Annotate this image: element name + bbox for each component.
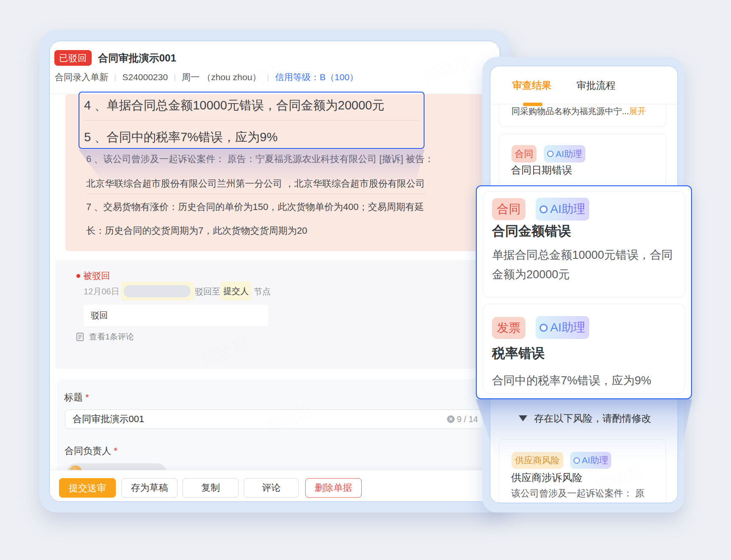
tab-review-result[interactable]: 审查结果 — [512, 79, 551, 92]
rejection-title: 被驳回 — [83, 271, 110, 281]
clipped-result-card[interactable]: 同采购物品名称为福兆源中宁...展开 — [499, 104, 666, 127]
clipped-result-text: 同采购物品名称为福兆源中宁...展开 — [512, 105, 646, 117]
invoice-tag: 发票 — [492, 317, 526, 339]
ai-tag-label: AI助理 — [550, 319, 585, 336]
required-asterisk: * — [114, 445, 118, 456]
risk-section-title: 存在以下风险，请酌情修改 — [534, 411, 651, 426]
required-asterisk: * — [85, 392, 89, 403]
collapse-caret-icon[interactable] — [519, 415, 527, 421]
meta-doc-type: 合同录入单新 — [55, 71, 108, 83]
footer-action-bar: 提交送审 存为草稿 复制 评论 删除单据 — [50, 470, 500, 502]
submit-button[interactable]: 提交送审 — [59, 478, 116, 498]
issue-item-7-line-1: 7 、交易货物有涨价：历史合同的单价为150，此次货物单价为400；交易周期有延 — [86, 201, 424, 213]
rejection-action-text: 驳回至 — [195, 285, 220, 298]
magnified-issues-box: 4 、单据合同总金额10000元错误，合同金额为20000元 5 、合同中的税率… — [79, 92, 425, 149]
contract-tag: 合同 — [492, 198, 526, 220]
meta-separator: | — [174, 73, 176, 82]
issue-divider — [86, 194, 426, 194]
ai-ring-icon — [540, 324, 548, 332]
rejection-date: 12月06日 — [84, 285, 120, 298]
rejection-target-node: 提交人 — [221, 282, 251, 300]
issue-item-5: 5 、合同中的税率7%错误，应为9% — [84, 130, 278, 144]
amount-error-line-1: 单据合同总金额10000元错误，合同 — [492, 245, 673, 265]
document-title: 合同审批演示001 — [98, 51, 176, 65]
screen: 已驳回 合同审批演示001 合同录入单新 | S24000230 | 周一 （z… — [0, 0, 731, 560]
issue-item-4: 4 、单据合同总金额10000元错误，合同金额为20000元 — [84, 98, 384, 112]
expand-link[interactable]: 展开 — [629, 106, 646, 116]
magnifier-projection-beam — [79, 149, 425, 193]
tax-error-section: 发票 AI助理 税率错误 合同中的税率7%错误，应为9% — [483, 304, 685, 394]
tab-approval-flow[interactable]: 审批流程 — [576, 79, 616, 92]
delete-button[interactable]: 删除单据 — [305, 478, 362, 498]
supplier-risk-title: 供应商涉诉风险 — [511, 471, 582, 484]
title-input-value: 合同审批演示001 — [73, 410, 144, 428]
comment-button[interactable]: 评论 — [244, 478, 299, 498]
amount-error-body: 单据合同总金额10000元错误，合同 金额为20000元 — [492, 245, 673, 284]
copy-button[interactable]: 复制 — [183, 478, 239, 498]
meta-doc-no: S24000230 — [122, 72, 168, 82]
owner-field-label: 合同负责人* — [65, 445, 118, 456]
save-draft-button[interactable]: 存为草稿 — [121, 478, 177, 498]
ai-tag-label: AI助理 — [556, 148, 582, 160]
status-badge: 已驳回 — [54, 50, 92, 66]
clear-input-icon[interactable]: ✕ — [447, 415, 455, 423]
meta-separator: | — [114, 73, 116, 82]
title-field-label: 标题* — [64, 392, 89, 403]
rejection-comment-text: 驳回 — [91, 305, 108, 326]
ai-tag-label: AI助理 — [550, 201, 585, 217]
amount-error-title: 合同金额错误 — [492, 222, 571, 240]
contract-tag: 合同 — [512, 145, 537, 162]
tax-error-title: 税率错误 — [492, 344, 545, 362]
amount-error-line-2: 金额为20000元 — [492, 265, 673, 284]
view-comments-label: 查看1条评论 — [89, 331, 134, 342]
tax-error-body: 合同中的税率7%错误，应为9% — [492, 371, 651, 390]
active-tab-indicator — [523, 103, 543, 106]
amount-error-section: 合同 AI助理 合同金额错误 单据合同总金额10000元错误，合同 金额为200… — [483, 191, 685, 297]
contract-date-card-title: 合同日期错误 — [511, 163, 572, 177]
view-comments-link[interactable]: 查看1条评论 — [76, 331, 134, 342]
clipped-result-body: 同采购物品名称为福兆源中宁... — [512, 106, 629, 116]
redacted-name-pill — [124, 285, 191, 297]
magnified-result-overlay: 合同 AI助理 合同金额错误 单据合同总金额10000元错误，合同 金额为200… — [476, 185, 692, 399]
issue-item-7-line-2: 长：历史合同的交货周期为7，此次货物交货周期为20 — [86, 224, 307, 237]
ai-assistant-tag: AI助理 — [536, 316, 589, 339]
title-label-text: 标题 — [64, 392, 83, 403]
rejection-status-dot — [76, 274, 80, 278]
ai-ring-icon — [547, 151, 554, 157]
character-counter: 9 / 14 — [457, 410, 478, 428]
rejection-comment-box: 驳回 — [84, 305, 268, 326]
document-meta: 合同录入单新 | S24000230 | 周一 （zhou zhou） | 信用… — [55, 71, 358, 84]
magnified-divider — [84, 120, 418, 120]
owner-label-text: 合同负责人 — [65, 445, 111, 456]
ai-ring-icon — [540, 205, 548, 213]
contract-date-card[interactable]: 合同 AI助理 合同日期错误 — [499, 134, 666, 190]
rejection-node-suffix: 节点 — [254, 285, 271, 298]
ai-assistant-tag: AI助理 — [536, 198, 589, 221]
overlay-projection-beam — [476, 399, 692, 463]
ai-assistant-tag: AI助理 — [544, 145, 585, 162]
comment-document-icon — [76, 333, 84, 341]
